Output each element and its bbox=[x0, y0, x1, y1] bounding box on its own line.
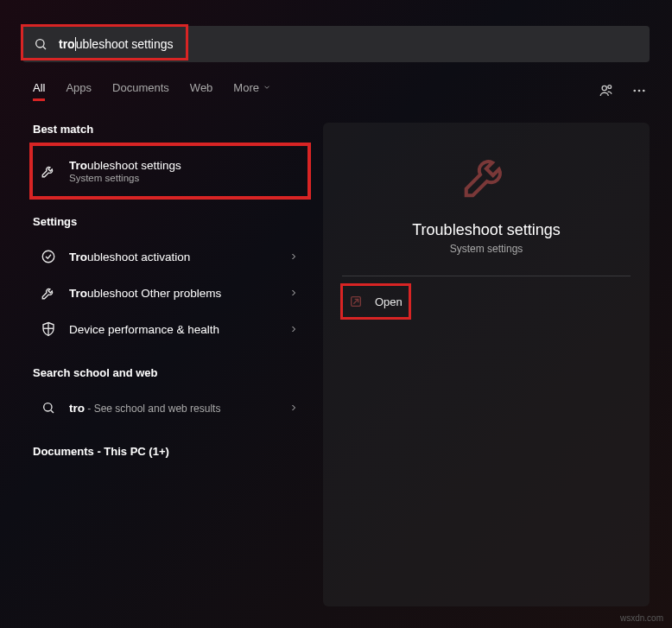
divider bbox=[342, 276, 631, 276]
result-troubleshoot-other[interactable]: Troubleshoot Other problems bbox=[33, 275, 307, 311]
tab-more[interactable]: More bbox=[233, 81, 271, 101]
svg-point-4 bbox=[633, 90, 636, 92]
chevron-down-icon bbox=[263, 83, 271, 92]
svg-point-7 bbox=[42, 251, 54, 263]
search-icon bbox=[40, 399, 57, 416]
chevron-right-icon bbox=[287, 251, 301, 262]
section-settings: Settings bbox=[33, 215, 307, 228]
svg-point-10 bbox=[44, 403, 52, 411]
preview-title: Troubleshoot settings bbox=[342, 221, 631, 239]
result-title: tro - See school and web results bbox=[69, 402, 275, 415]
svg-line-1 bbox=[43, 47, 46, 49]
tab-documents[interactable]: Documents bbox=[112, 81, 169, 101]
svg-point-6 bbox=[643, 90, 645, 92]
svg-point-0 bbox=[36, 40, 44, 48]
result-device-health[interactable]: Device performance & health bbox=[33, 311, 307, 347]
chevron-right-icon bbox=[287, 403, 301, 413]
wrench-icon bbox=[40, 162, 57, 180]
svg-line-13 bbox=[353, 299, 358, 303]
open-label: Open bbox=[375, 295, 403, 308]
open-button[interactable]: Open bbox=[342, 285, 631, 318]
section-documents-pc[interactable]: Documents - This PC (1+) bbox=[33, 445, 307, 458]
svg-line-11 bbox=[51, 410, 54, 413]
open-icon bbox=[349, 295, 363, 308]
more-options-icon[interactable] bbox=[629, 80, 650, 101]
tab-all[interactable]: All bbox=[33, 81, 45, 101]
result-subtitle: System settings bbox=[69, 173, 301, 183]
search-input[interactable]: troubleshoot settings bbox=[59, 37, 174, 51]
results-list: Best match Troubleshoot settings System … bbox=[33, 123, 307, 606]
search-bar[interactable]: troubleshoot settings bbox=[22, 26, 650, 62]
search-icon bbox=[22, 37, 59, 51]
preview-pane: Troubleshoot settings System settings Op… bbox=[323, 123, 650, 606]
svg-point-2 bbox=[602, 86, 606, 90]
chevron-right-icon bbox=[287, 324, 301, 334]
result-troubleshoot-activation[interactable]: Troubleshoot activation bbox=[33, 238, 307, 275]
tab-web[interactable]: Web bbox=[190, 81, 213, 101]
result-title: Device performance & health bbox=[69, 323, 275, 336]
filter-tabs: All Apps Documents Web More bbox=[0, 74, 672, 107]
wrench-icon bbox=[460, 149, 513, 206]
result-web-search[interactable]: tro - See school and web results bbox=[33, 390, 307, 426]
section-search-web: Search school and web bbox=[33, 366, 307, 379]
svg-point-5 bbox=[638, 90, 641, 92]
tab-apps[interactable]: Apps bbox=[66, 81, 92, 101]
wrench-icon bbox=[40, 284, 57, 301]
shield-icon bbox=[40, 320, 57, 338]
preview-subtitle: System settings bbox=[342, 243, 631, 255]
chevron-right-icon bbox=[287, 288, 301, 298]
accounts-icon[interactable] bbox=[596, 80, 617, 101]
result-title: Troubleshoot settings bbox=[69, 159, 301, 172]
check-circle-icon bbox=[40, 248, 57, 265]
result-title: Troubleshoot activation bbox=[69, 251, 275, 263]
watermark: wsxdn.com bbox=[620, 613, 663, 623]
svg-point-3 bbox=[608, 86, 612, 89]
section-best-match: Best match bbox=[33, 123, 307, 136]
result-troubleshoot-settings[interactable]: Troubleshoot settings System settings bbox=[33, 146, 307, 196]
result-title: Troubleshoot Other problems bbox=[69, 287, 275, 300]
